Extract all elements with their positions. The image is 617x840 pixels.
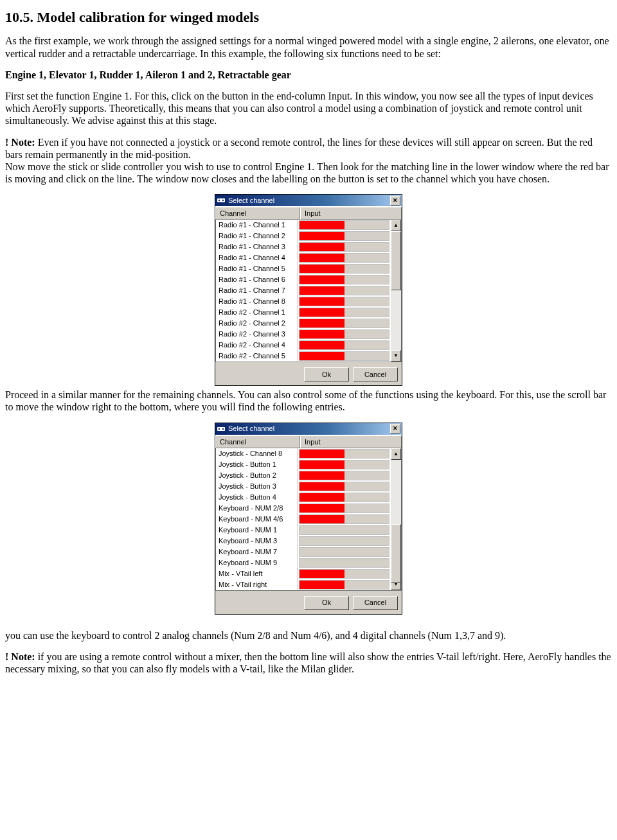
- paragraph-text: Now move the stick or slide controller y…: [5, 161, 609, 184]
- bar-fill: [300, 286, 344, 295]
- scroll-track[interactable]: [391, 460, 401, 579]
- input-bar-cell: [298, 241, 391, 252]
- list-item[interactable]: Joystick - Button 4: [216, 492, 391, 503]
- bar-fill: [300, 341, 344, 349]
- list-item[interactable]: Joystick - Button 1: [216, 459, 391, 470]
- dialog-titlebar[interactable]: Select channel ✕: [215, 423, 402, 435]
- channel-label: Radio #2 - Channel 4: [216, 340, 298, 351]
- svg-rect-0: [217, 198, 225, 202]
- list-item[interactable]: Mix - VTail right: [216, 579, 391, 590]
- list-item[interactable]: Keyboard - NUM 1: [216, 525, 391, 536]
- close-icon[interactable]: ✕: [390, 424, 400, 433]
- bar-track: [299, 536, 389, 546]
- scroll-up-icon[interactable]: ▲: [391, 220, 401, 231]
- scrollbar[interactable]: ▲ ▼: [391, 448, 401, 590]
- list-item[interactable]: Keyboard - NUM 2/8: [216, 503, 391, 514]
- bar-track: [299, 503, 389, 513]
- channel-label: Radio #1 - Channel 4: [216, 252, 298, 263]
- channel-label: Radio #2 - Channel 3: [216, 329, 298, 340]
- bar-fill: [300, 276, 344, 284]
- list-item[interactable]: Keyboard - NUM 3: [216, 536, 391, 547]
- input-bar-cell: [298, 263, 391, 274]
- ok-button[interactable]: Ok: [304, 596, 349, 610]
- input-bar-cell: [298, 318, 391, 329]
- scroll-thumb[interactable]: [391, 524, 401, 583]
- bar-track: [299, 471, 389, 480]
- list-item[interactable]: Radio #1 - Channel 3: [216, 241, 391, 252]
- close-icon[interactable]: ✕: [390, 196, 400, 206]
- bar-track: [299, 482, 389, 491]
- svg-point-1: [219, 200, 220, 201]
- input-bar-cell: [298, 220, 391, 231]
- channel-label: Mix - VTail left: [216, 568, 298, 579]
- note-prefix: ! Note:: [5, 651, 35, 662]
- bar-track: [299, 558, 389, 568]
- list-item[interactable]: Radio #2 - Channel 3: [216, 329, 391, 340]
- bar-track: [299, 329, 389, 339]
- list-item[interactable]: Radio #2 - Channel 5: [216, 351, 391, 362]
- bar-track: [299, 449, 389, 459]
- list-item[interactable]: Radio #1 - Channel 5: [216, 263, 391, 274]
- list-item[interactable]: Radio #2 - Channel 4: [216, 340, 391, 351]
- channel-label: Radio #1 - Channel 6: [216, 274, 298, 285]
- paragraph: First set the function Engine 1. For thi…: [5, 90, 612, 127]
- ok-button[interactable]: Ok: [304, 367, 349, 381]
- list-item[interactable]: Keyboard - NUM 4/6: [216, 514, 391, 525]
- note-text: if you are using a remote control withou…: [5, 651, 611, 674]
- input-bar-cell: [298, 557, 391, 568]
- list-item[interactable]: Radio #1 - Channel 6: [216, 274, 391, 285]
- list-item[interactable]: Mix - VTail left: [216, 568, 391, 579]
- input-bar-cell: [298, 329, 391, 340]
- app-icon: [217, 424, 226, 433]
- bar-fill: [300, 460, 344, 469]
- scroll-track[interactable]: [391, 231, 401, 350]
- list-item[interactable]: Radio #1 - Channel 2: [216, 231, 391, 241]
- column-header-channel[interactable]: Channel: [215, 207, 300, 220]
- list-item[interactable]: Keyboard - NUM 7: [216, 547, 391, 557]
- scroll-down-icon[interactable]: ▼: [391, 350, 401, 362]
- list-item[interactable]: Radio #1 - Channel 7: [216, 285, 391, 296]
- bar-fill: [300, 254, 344, 262]
- column-header-channel[interactable]: Channel: [215, 435, 300, 448]
- channel-label: Radio #1 - Channel 7: [216, 285, 298, 296]
- input-bar-cell: [298, 579, 391, 590]
- input-bar-cell: [298, 351, 391, 362]
- bar-track: [299, 297, 389, 306]
- dialog-title: Select channel: [228, 424, 390, 433]
- list-item[interactable]: Radio #2 - Channel 2: [216, 318, 391, 329]
- channel-label: Radio #1 - Channel 1: [216, 220, 298, 231]
- bar-track: [299, 253, 389, 263]
- channel-label: Radio #1 - Channel 2: [216, 231, 298, 241]
- list-item[interactable]: Joystick - Channel 8: [216, 448, 391, 459]
- list-item[interactable]: Keyboard - NUM 9: [216, 557, 391, 568]
- scrollbar[interactable]: ▲ ▼: [391, 220, 401, 362]
- list-item[interactable]: Radio #1 - Channel 8: [216, 296, 391, 307]
- svg-point-4: [219, 428, 220, 429]
- input-bar-cell: [298, 514, 391, 525]
- input-bar-cell: [298, 296, 391, 307]
- dialog-buttons: Ok Cancel: [215, 362, 402, 385]
- bar-track: [299, 319, 389, 328]
- bar-track: [299, 286, 389, 295]
- list-item[interactable]: Joystick - Button 3: [216, 481, 391, 492]
- input-bar-cell: [298, 492, 391, 503]
- cancel-button[interactable]: Cancel: [353, 367, 398, 381]
- input-bar-cell: [298, 568, 391, 579]
- select-channel-dialog: Select channel ✕ Channel Input Radio #1 …: [215, 194, 402, 386]
- scroll-up-icon[interactable]: ▲: [391, 448, 401, 460]
- list-item[interactable]: Radio #2 - Channel 1: [216, 307, 391, 318]
- column-header-input[interactable]: Input: [300, 435, 402, 448]
- dialog-titlebar[interactable]: Select channel ✕: [215, 195, 402, 206]
- bar-track: [299, 275, 389, 284]
- input-bar-cell: [298, 470, 391, 481]
- list-item[interactable]: Radio #1 - Channel 4: [216, 252, 391, 263]
- bar-fill: [300, 482, 344, 491]
- cancel-button[interactable]: Cancel: [353, 596, 398, 610]
- input-bar-cell: [298, 285, 391, 296]
- list-item[interactable]: Radio #1 - Channel 1: [216, 220, 391, 231]
- scroll-thumb[interactable]: [391, 231, 401, 290]
- column-header-input[interactable]: Input: [300, 207, 402, 220]
- list-item[interactable]: Joystick - Button 2: [216, 470, 391, 481]
- input-bar-cell: [298, 340, 391, 351]
- svg-point-5: [222, 428, 224, 429]
